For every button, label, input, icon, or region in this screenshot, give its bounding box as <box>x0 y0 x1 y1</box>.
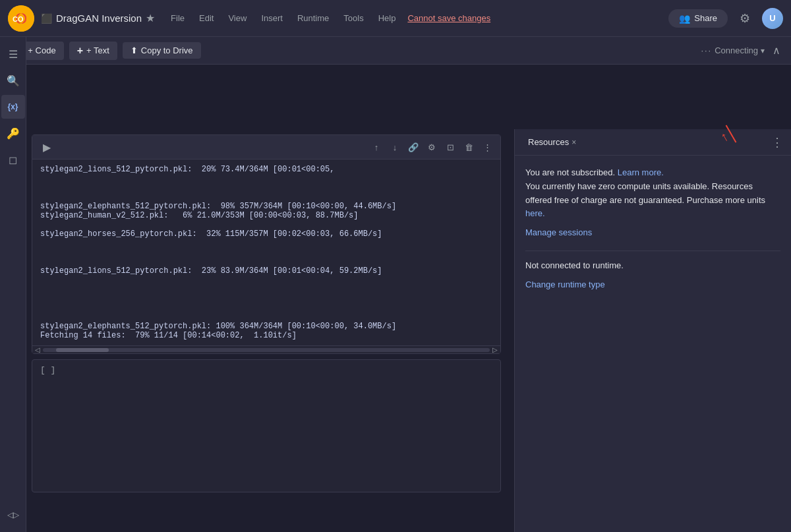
toolbar: + + Code + + Text ⬆ Copy to Drive ··· Co… <box>0 37 791 65</box>
menu-runtime[interactable]: Runtime <box>291 11 336 26</box>
connecting-status[interactable]: ··· Connecting ▾ <box>701 45 765 55</box>
connecting-dots: ··· <box>701 45 712 55</box>
settings-cell-button[interactable]: ⚙ <box>424 139 440 155</box>
notebook-container: ▶ ↑ ↓ 🔗 ⚙ ⊡ 🗑 ⋮ stylegan2_lions_512_pyto… <box>26 129 514 532</box>
scroll-left-icon[interactable]: ◁ <box>35 346 40 353</box>
resources-panel-header: Resources × ↑ ⋮ <box>515 129 791 156</box>
scroll-track <box>43 348 490 352</box>
settings-button[interactable]: ⚙ <box>734 8 755 29</box>
notebook-scroll[interactable]: ▶ ↑ ↓ 🔗 ⚙ ⊡ 🗑 ⋮ stylegan2_lions_512_pyto… <box>26 129 514 532</box>
sidebar-item-secrets[interactable]: 🔑 <box>1 121 25 145</box>
chevron-down-icon[interactable]: ▾ <box>761 46 765 55</box>
resources-tab[interactable]: Resources × <box>523 134 581 150</box>
collapse-button[interactable]: ∧ <box>773 44 780 57</box>
topbar: CO ⬛ DragGAN Inversion ★ File Edit View … <box>0 0 791 37</box>
run-button-1[interactable]: ▶ <box>38 138 56 156</box>
menu-bar: File Edit View Insert Runtime Tools Help… <box>164 11 490 26</box>
menu-tools[interactable]: Tools <box>337 11 370 26</box>
resources-tab-label: Resources <box>528 137 569 147</box>
resources-tab-close[interactable]: × <box>571 138 576 147</box>
link-button[interactable]: 🔗 <box>405 139 421 155</box>
change-runtime-link[interactable]: Change runtime type <box>525 280 605 289</box>
cell-1-hscrollbar[interactable]: ◁ ▷ <box>32 345 500 353</box>
svg-text:CO: CO <box>13 15 24 23</box>
menu-view[interactable]: View <box>221 11 253 26</box>
copy-drive-icon: ⬆ <box>131 45 138 55</box>
add-text-button[interactable]: + + Text <box>69 42 117 60</box>
star-icon[interactable]: ★ <box>146 12 155 24</box>
menu-insert[interactable]: Insert <box>254 11 289 26</box>
copy-to-drive-button[interactable]: ⬆ Copy to Drive <box>123 42 201 59</box>
manage-sessions-link[interactable]: Manage sessions <box>525 227 592 237</box>
resources-panel: Resources × ↑ ⋮ You are not subscribed. … <box>514 129 791 532</box>
move-down-button[interactable]: ↓ <box>387 139 403 155</box>
compute-units-text: You currently have zero compute units av… <box>525 180 780 221</box>
sidebar-item-variables[interactable]: {x} <box>1 95 25 119</box>
not-subscribed-text: You are not subscribed. Learn more. <box>525 167 664 177</box>
panel-divider <box>525 251 780 251</box>
delete-cell-button[interactable]: 🗑 <box>461 139 477 155</box>
copy-to-drive-label: Copy to Drive <box>141 45 193 55</box>
runtime-section: Not connected to runtime. Change runtime… <box>525 259 780 292</box>
connecting-label: Connecting <box>715 45 758 55</box>
more-cell-button[interactable]: ⋮ <box>479 139 495 155</box>
cannot-save-warning[interactable]: Cannot save changes <box>407 13 490 23</box>
user-avatar[interactable]: U <box>762 8 783 29</box>
menu-help[interactable]: Help <box>372 11 403 26</box>
scroll-thumb[interactable] <box>56 348 109 352</box>
cell-2-bracket: [ ] <box>32 360 500 492</box>
text-plus-icon: + <box>77 45 83 57</box>
resources-panel-content: You are not subscribed. Learn more. You … <box>515 156 791 532</box>
scroll-right-icon[interactable]: ▷ <box>492 346 498 353</box>
move-up-button[interactable]: ↑ <box>368 139 384 155</box>
cell-2: [ ] <box>32 359 501 492</box>
panel-menu-button[interactable]: ⋮ <box>771 135 783 150</box>
add-code-label: + Code <box>28 45 55 55</box>
sidebar-item-menu[interactable]: ☰ <box>1 42 25 66</box>
drive-icon: ⬛ <box>41 13 52 24</box>
here-link[interactable]: here. <box>525 208 545 218</box>
menu-edit[interactable]: Edit <box>192 11 220 26</box>
cell-1-output: stylegan2_lions_512_pytorch.pkl: 20% 73.… <box>32 160 500 345</box>
subscription-section: You are not subscribed. Learn more. You … <box>525 166 780 240</box>
main-content: ▶ ↑ ↓ 🔗 ⚙ ⊡ 🗑 ⋮ stylegan2_lions_512_pyto… <box>26 129 791 532</box>
colab-logo[interactable]: CO <box>8 5 34 32</box>
share-button[interactable]: 👥 Share <box>668 9 728 28</box>
cell-1: ▶ ↑ ↓ 🔗 ⚙ ⊡ 🗑 ⋮ stylegan2_lions_512_pyto… <box>32 134 501 354</box>
left-sidebar: ☰ 🔍 {x} 🔑 ◻ ◁▷ <box>0 37 26 532</box>
cell-1-actions: ↑ ↓ 🔗 ⚙ ⊡ 🗑 ⋮ <box>368 139 495 155</box>
share-people-icon: 👥 <box>679 13 690 24</box>
topbar-right: 👥 Share ⚙ U <box>668 8 783 29</box>
add-text-label: + Text <box>86 45 109 55</box>
sidebar-item-expand[interactable]: ◁▷ <box>1 503 25 527</box>
sidebar-item-files[interactable]: ◻ <box>1 148 25 171</box>
not-connected-text: Not connected to runtime. <box>525 259 780 273</box>
learn-more-link[interactable]: Learn more. <box>618 167 664 177</box>
copy-cell-button[interactable]: ⊡ <box>442 139 458 155</box>
sidebar-item-search[interactable]: 🔍 <box>1 69 25 92</box>
menu-file[interactable]: File <box>164 11 191 26</box>
cell-1-toolbar: ▶ ↑ ↓ 🔗 ⚙ ⊡ 🗑 ⋮ <box>32 135 500 160</box>
notebook-title[interactable]: DragGAN Inversion <box>56 13 142 24</box>
